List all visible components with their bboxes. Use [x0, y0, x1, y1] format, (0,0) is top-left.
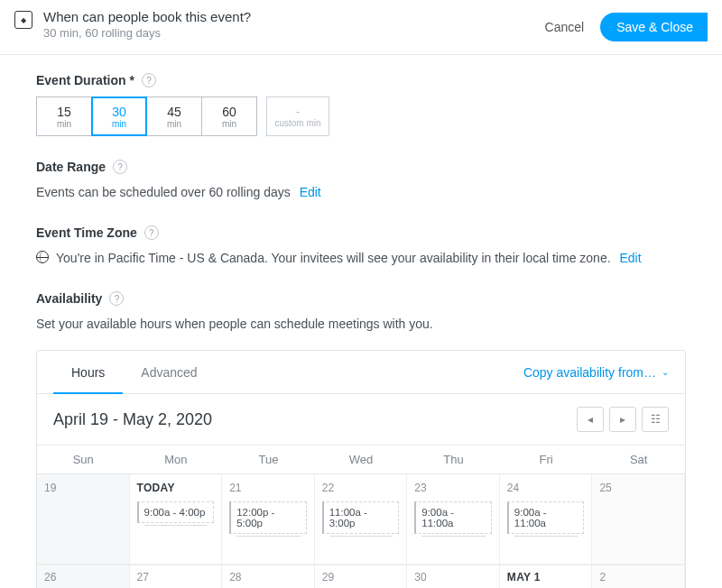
calendar-day-cell[interactable]: 26 [37, 565, 130, 588]
date-range-edit[interactable]: Edit [300, 185, 321, 199]
duration-options: 15 min 30 min 45 min 60 min - custom min [36, 96, 686, 136]
calendar-day-label: 25 [599, 482, 677, 494]
timezone-label-row: Event Time Zone ? [36, 225, 686, 240]
duration-option-15[interactable]: 15 min [36, 96, 92, 136]
calendar-day-cell[interactable]: 27 [130, 565, 223, 588]
calendar-day-cell[interactable]: TODAY9:00a - 4:00p [130, 474, 223, 565]
globe-icon [36, 251, 49, 263]
calendar-day-cell[interactable]: 2211:00a - 3:00p [315, 474, 408, 565]
help-icon[interactable]: ? [144, 225, 159, 240]
date-range-desc: Events can be scheduled over 60 rolling … [36, 183, 686, 202]
calendar-day-label: 22 [322, 482, 400, 494]
calendar-next-button[interactable]: ▸ [609, 407, 636, 432]
calendar-picker-button[interactable]: ☷ [642, 407, 669, 432]
calendar-day-cell[interactable]: 2112:00p - 5:00p [222, 474, 315, 565]
collapse-icon[interactable]: ◆ [14, 11, 32, 29]
calendar-day-label: 27 [137, 571, 215, 583]
calendar-day-label: TODAY [137, 482, 215, 494]
tab-hours[interactable]: Hours [53, 351, 123, 394]
calendar-day-cell[interactable]: 29 [315, 565, 408, 588]
calendar-day-label: 29 [322, 571, 400, 583]
calendar-weekday-header: Sun Mon Tue Wed Thu Fri Sat [37, 445, 685, 474]
calendar-day-label: 26 [44, 571, 122, 583]
duration-label: Event Duration * [36, 73, 134, 87]
date-range-label-row: Date Range ? [36, 160, 686, 174]
page-subtitle: 30 min, 60 rolling days [43, 26, 545, 40]
header-text: When can people book this event? 30 min,… [43, 9, 545, 40]
help-icon[interactable]: ? [109, 291, 124, 306]
availability-slot[interactable]: 11:00a - 3:00p [322, 501, 400, 534]
availability-slot[interactable]: 9:00a - 11:00a [414, 501, 492, 534]
chevron-down-icon: ⌄ [662, 367, 669, 377]
page-header: ◆ When can people book this event? 30 mi… [0, 0, 722, 55]
duration-option-30[interactable]: 30 min [91, 96, 147, 136]
calendar-day-cell[interactable]: MAY 1 [500, 565, 593, 588]
availability-slot[interactable]: 12:00p - 5:00p [229, 501, 307, 534]
calendar-prev-button[interactable]: ◂ [577, 407, 604, 432]
header-actions: Cancel Save & Close [545, 13, 708, 41]
duration-label-row: Event Duration * ? [36, 73, 686, 87]
calendar-day-cell[interactable]: 25 [592, 474, 685, 565]
duration-option-45[interactable]: 45 min [146, 96, 202, 136]
section-timezone: Event Time Zone ? You're in Pacific Time… [36, 225, 686, 268]
timezone-edit[interactable]: Edit [619, 251, 641, 265]
section-duration: Event Duration * ? 15 min 30 min 45 min … [36, 73, 686, 136]
calendar-day-cell[interactable]: 2 [592, 565, 685, 588]
availability-slot[interactable]: 9:00a - 4:00p [137, 501, 215, 523]
calendar-day-cell[interactable]: 30 [407, 565, 500, 588]
tab-advanced[interactable]: Advanced [123, 351, 215, 394]
calendar-day-label: 23 [414, 482, 492, 494]
section-date-range: Date Range ? Events can be scheduled ove… [36, 160, 686, 202]
calendar-day-label: 28 [229, 571, 307, 583]
calendar-day-label: 30 [414, 571, 492, 583]
date-range-label: Date Range [36, 160, 106, 174]
availability-box: Hours Advanced Copy availability from… ⌄… [36, 350, 686, 588]
save-close-button[interactable]: Save & Close [600, 13, 708, 41]
calendar-day-cell[interactable]: 19 [37, 474, 130, 565]
duration-option-custom[interactable]: - custom min [266, 96, 329, 136]
calendar-day-label: 24 [507, 482, 585, 494]
cancel-button[interactable]: Cancel [545, 20, 585, 34]
availability-label: Availability [36, 291, 102, 306]
page-title: When can people book this event? [43, 9, 545, 24]
calendar-day-label: 2 [599, 571, 677, 583]
timezone-label: Event Time Zone [36, 225, 137, 240]
availability-desc: Set your available hours when people can… [36, 315, 686, 334]
calendar-day-cell[interactable]: 239:00a - 11:00a [407, 474, 500, 565]
content-area: Event Duration * ? 15 min 30 min 45 min … [0, 55, 722, 588]
calendar-range: April 19 - May 2, 2020 [53, 410, 571, 429]
availability-slot[interactable]: 9:00a - 11:00a [507, 501, 585, 534]
help-icon[interactable]: ? [113, 160, 127, 174]
copy-availability-link[interactable]: Copy availability from… ⌄ [523, 365, 669, 380]
calendar-row-2: 2627282930MAY 12 [37, 565, 685, 588]
calendar-day-label: 21 [229, 482, 307, 494]
calendar-grid: Sun Mon Tue Wed Thu Fri Sat 19TODAY9:00a… [37, 445, 685, 588]
help-icon[interactable]: ? [142, 73, 156, 87]
calendar-row-1: 19TODAY9:00a - 4:00p2112:00p - 5:00p2211… [37, 474, 685, 565]
section-availability: Availability ? Set your available hours … [36, 291, 686, 588]
availability-tabs: Hours Advanced Copy availability from… ⌄ [37, 351, 685, 394]
duration-option-60[interactable]: 60 min [201, 96, 257, 136]
calendar-day-label: 19 [44, 482, 122, 494]
availability-label-row: Availability ? [36, 291, 686, 306]
calendar-toolbar: April 19 - May 2, 2020 ◂ ▸ ☷ [37, 394, 685, 445]
calendar-day-cell[interactable]: 28 [222, 565, 315, 588]
calendar-day-cell[interactable]: 249:00a - 11:00a [500, 474, 593, 565]
timezone-desc: You're in Pacific Time - US & Canada. Yo… [36, 249, 686, 268]
calendar-day-label: MAY 1 [507, 571, 585, 583]
